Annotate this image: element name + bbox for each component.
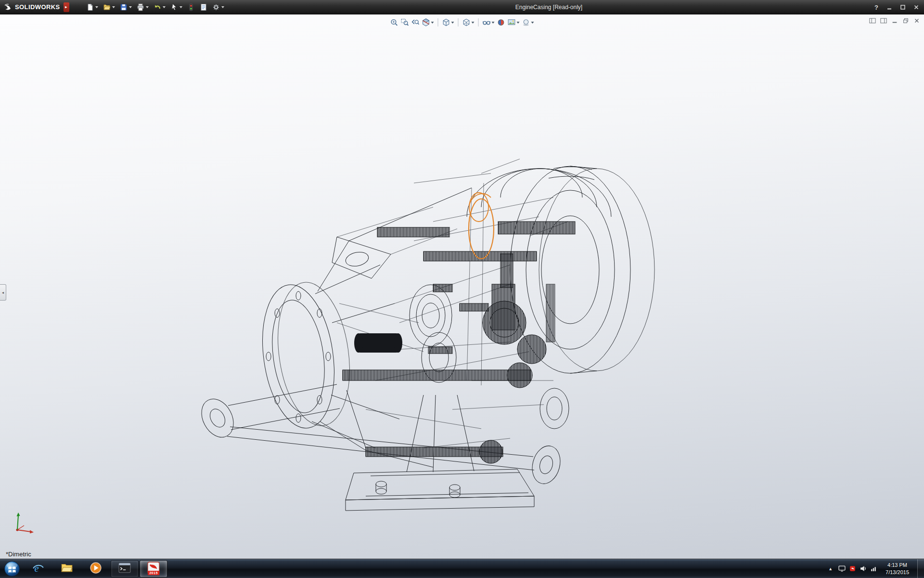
menu-expand-arrow-icon[interactable]: ▸ [64,2,69,12]
taskbar-clock[interactable]: 4:13 PM 7/13/2015 [882,562,913,576]
dropdown-caret-icon[interactable] [146,6,149,8]
solidworks-logo[interactable]: SOLIDWORKS ▸ [0,0,72,14]
menu-bar: SOLIDWORKS ▸ EngineCasing [Read-only] ? [0,0,924,14]
quick-access-toolbar [85,2,226,12]
tray-solidworks[interactable] [849,565,856,572]
section-view-icon [422,18,430,26]
view-orientation-label: *Dimetric [6,551,31,558]
dropdown-caret-icon[interactable] [472,22,475,24]
hide-show-items-icon [483,18,491,26]
undo-button[interactable] [152,2,167,12]
media-player-icon [90,562,102,576]
dropdown-caret-icon[interactable] [531,22,534,24]
tray-icon-group [838,565,877,572]
dropdown-caret-icon[interactable] [431,22,434,24]
document-title: EngineCasing [Read-only] [515,4,582,11]
zoom-to-area-button[interactable] [400,17,410,27]
previous-view-button[interactable] [411,17,421,27]
undo-icon [154,3,161,11]
taskbar: e2015 ▲ 4:13 PM 7/13/2015 [0,559,924,578]
system-tray: ▲ 4:13 PM 7/13/2015 [827,559,924,578]
minimize-button[interactable] [883,2,896,12]
save-icon [120,3,128,11]
solidworks-application-window: SOLIDWORKS ▸ EngineCasing [Read-only] ? [0,0,924,578]
taskbar-button-solidworks[interactable]: 2015 [140,560,167,578]
display-style-button[interactable] [462,17,475,27]
options-icon [212,3,220,11]
zoom-to-fit-button[interactable] [389,17,399,27]
print-button[interactable] [135,2,150,12]
doc-minimize-button[interactable] [890,16,899,25]
taskbar-app-buttons: e2015 [24,559,167,578]
apply-scene-button[interactable] [507,17,521,27]
dropdown-caret-icon[interactable] [95,6,98,8]
hide-show-items-button[interactable] [482,17,496,27]
internet-explorer-icon: e [32,562,44,576]
dropdown-caret-icon[interactable] [492,22,495,24]
edit-appearance-icon [497,18,505,26]
dropdown-caret-icon[interactable] [451,22,454,24]
document-window-controls [868,16,921,25]
view-orientation-icon [442,18,450,26]
windows-start-icon [4,561,20,577]
window-control-group [883,2,923,12]
dropdown-caret-icon[interactable] [180,6,182,8]
taskbar-button-media-player[interactable] [82,560,110,578]
close-button[interactable] [910,2,923,12]
featuremanager-pane-toggle-button[interactable] [868,16,877,25]
open-button[interactable] [102,2,116,12]
help-button[interactable]: ? [871,3,882,12]
toolbar-separator [438,18,438,26]
clock-time: 4:13 PM [886,562,909,568]
rebuild-button[interactable] [186,2,196,12]
graphics-area[interactable]: ◂ *Dimetric [0,14,924,559]
taskbar-button-internet-explorer[interactable]: e [24,560,52,578]
display-pane-toggle-button[interactable] [879,16,888,25]
app-window-controls: ? [871,0,923,14]
maximize-button[interactable] [897,2,909,12]
dropdown-caret-icon[interactable] [129,6,132,8]
windows-explorer-icon [61,562,73,576]
toolbar-separator [478,18,479,26]
dropdown-caret-icon[interactable] [221,6,224,8]
view-orientation-button[interactable] [441,17,455,27]
show-desktop-button[interactable] [917,559,924,578]
select-icon [170,3,178,11]
dropdown-caret-icon[interactable] [163,6,166,8]
select-button[interactable] [169,2,184,12]
previous-view-icon [411,18,420,26]
svg-text:e: e [34,563,38,574]
solidworks-version-badge: 2015 [148,571,159,575]
cad-model-wireframe [0,14,924,559]
zoom-to-fit-icon [390,18,398,26]
section-view-button[interactable] [421,17,435,27]
edit-appearance-button[interactable] [496,17,506,27]
taskbar-button-windows-explorer[interactable] [53,560,81,578]
doc-close-button[interactable] [912,16,921,25]
dropdown-caret-icon[interactable] [112,6,115,8]
dropdown-caret-icon[interactable] [517,22,520,24]
command-prompt-icon [118,562,131,576]
show-hidden-icons-button[interactable]: ▲ [827,565,834,573]
view-settings-button[interactable] [521,17,535,27]
new-document-button[interactable] [85,2,100,12]
file-properties-icon [200,3,207,11]
save-button[interactable] [118,2,133,12]
selected-edge-highlight [469,193,494,259]
rebuild-icon [187,3,195,11]
tray-display[interactable] [838,565,846,572]
solidworks-logo-icon [4,3,13,12]
heads-up-toolbar [387,16,537,28]
tray-volume[interactable] [860,565,867,572]
taskbar-button-command-prompt[interactable] [111,560,139,578]
view-settings-icon [522,18,530,26]
solidworks-logo-text: SOLIDWORKS [15,3,60,11]
open-icon [103,3,111,11]
doc-restore-button[interactable] [901,16,910,25]
start-button[interactable] [3,560,21,578]
options-button[interactable] [211,2,226,12]
featuremanager-collapsed-tab[interactable]: ◂ [0,284,6,301]
tray-network[interactable] [870,565,877,572]
apply-scene-icon [508,18,516,26]
file-properties-button[interactable] [198,2,209,12]
